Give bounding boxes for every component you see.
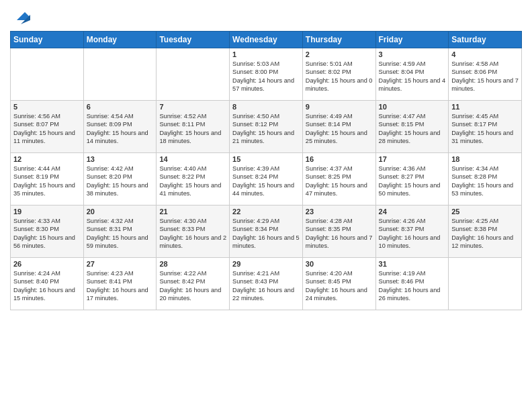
- day-number: 16: [306, 155, 373, 163]
- day-header-friday: Friday: [375, 32, 449, 48]
- cell-text: Sunrise: 4:59 AM Sunset: 8:04 PM Dayligh…: [379, 60, 446, 93]
- calendar-cell: 27Sunrise: 4:23 AM Sunset: 8:41 PM Dayli…: [83, 258, 157, 310]
- day-number: 25: [451, 208, 519, 216]
- day-number: 28: [159, 260, 226, 268]
- cell-text: Sunrise: 4:52 AM Sunset: 8:11 PM Dayligh…: [159, 112, 226, 146]
- calendar-cell: 2Sunrise: 5:01 AM Sunset: 8:02 PM Daylig…: [302, 48, 375, 101]
- calendar-cell: 25Sunrise: 4:25 AM Sunset: 8:38 PM Dayli…: [449, 205, 522, 258]
- calendar-cell: 31Sunrise: 4:19 AM Sunset: 8:46 PM Dayli…: [375, 258, 449, 310]
- day-number: 2: [306, 50, 373, 58]
- calendar-cell: [449, 258, 522, 310]
- day-number: 9: [306, 103, 373, 111]
- day-number: 19: [13, 208, 81, 216]
- cell-text: Sunrise: 5:03 AM Sunset: 8:00 PM Dayligh…: [232, 60, 300, 93]
- calendar-cell: 4Sunrise: 4:58 AM Sunset: 8:06 PM Daylig…: [449, 48, 522, 101]
- day-number: 13: [87, 155, 154, 163]
- calendar-cell: 22Sunrise: 4:29 AM Sunset: 8:34 PM Dayli…: [230, 205, 303, 258]
- calendar-cell: 24Sunrise: 4:26 AM Sunset: 8:37 PM Dayli…: [375, 205, 449, 258]
- cell-text: Sunrise: 4:36 AM Sunset: 8:27 PM Dayligh…: [379, 165, 446, 198]
- cell-text: Sunrise: 4:28 AM Sunset: 8:35 PM Dayligh…: [306, 217, 373, 250]
- calendar-cell: 3Sunrise: 4:59 AM Sunset: 8:04 PM Daylig…: [375, 48, 449, 101]
- day-header-tuesday: Tuesday: [157, 32, 230, 48]
- calendar-header-row: SundayMondayTuesdayWednesdayThursdayFrid…: [11, 32, 522, 48]
- cell-text: Sunrise: 4:45 AM Sunset: 8:17 PM Dayligh…: [451, 112, 519, 146]
- cell-text: Sunrise: 4:34 AM Sunset: 8:28 PM Dayligh…: [451, 165, 519, 198]
- cell-text: Sunrise: 4:56 AM Sunset: 8:07 PM Dayligh…: [13, 112, 81, 146]
- calendar-cell: 13Sunrise: 4:42 AM Sunset: 8:20 PM Dayli…: [83, 153, 157, 205]
- cell-text: Sunrise: 4:54 AM Sunset: 8:09 PM Dayligh…: [87, 112, 154, 146]
- week-row-0: 1Sunrise: 5:03 AM Sunset: 8:00 PM Daylig…: [11, 48, 522, 101]
- cell-text: Sunrise: 4:47 AM Sunset: 8:15 PM Dayligh…: [379, 112, 446, 146]
- cell-text: Sunrise: 4:58 AM Sunset: 8:06 PM Dayligh…: [451, 60, 519, 93]
- day-header-thursday: Thursday: [302, 32, 375, 48]
- cell-text: Sunrise: 4:49 AM Sunset: 8:14 PM Dayligh…: [306, 112, 373, 146]
- calendar-cell: 26Sunrise: 4:24 AM Sunset: 8:40 PM Dayli…: [11, 258, 84, 310]
- calendar-cell: [83, 48, 157, 101]
- page: SundayMondayTuesdayWednesdayThursdayFrid…: [0, 0, 532, 411]
- calendar-cell: 8Sunrise: 4:50 AM Sunset: 8:12 PM Daylig…: [230, 101, 303, 153]
- calendar-cell: 28Sunrise: 4:22 AM Sunset: 8:42 PM Dayli…: [157, 258, 230, 310]
- cell-text: Sunrise: 4:22 AM Sunset: 8:42 PM Dayligh…: [159, 269, 226, 303]
- day-number: 6: [87, 103, 154, 111]
- cell-text: Sunrise: 4:37 AM Sunset: 8:25 PM Dayligh…: [306, 165, 373, 198]
- day-header-wednesday: Wednesday: [230, 32, 303, 48]
- calendar-cell: 10Sunrise: 4:47 AM Sunset: 8:15 PM Dayli…: [375, 101, 449, 153]
- week-row-1: 5Sunrise: 4:56 AM Sunset: 8:07 PM Daylig…: [11, 101, 522, 153]
- week-row-4: 26Sunrise: 4:24 AM Sunset: 8:40 PM Dayli…: [11, 258, 522, 310]
- day-number: 26: [13, 260, 81, 268]
- calendar-table: SundayMondayTuesdayWednesdayThursdayFrid…: [10, 31, 522, 310]
- cell-text: Sunrise: 4:39 AM Sunset: 8:24 PM Dayligh…: [232, 165, 300, 198]
- cell-text: Sunrise: 4:23 AM Sunset: 8:41 PM Dayligh…: [87, 269, 154, 303]
- calendar-cell: 17Sunrise: 4:36 AM Sunset: 8:27 PM Dayli…: [375, 153, 449, 205]
- cell-text: Sunrise: 4:40 AM Sunset: 8:22 PM Dayligh…: [159, 165, 226, 198]
- calendar-cell: 20Sunrise: 4:32 AM Sunset: 8:31 PM Dayli…: [83, 205, 157, 258]
- day-number: 21: [159, 208, 226, 216]
- calendar-cell: 18Sunrise: 4:34 AM Sunset: 8:28 PM Dayli…: [449, 153, 522, 205]
- cell-text: Sunrise: 5:01 AM Sunset: 8:02 PM Dayligh…: [306, 60, 373, 93]
- calendar-cell: 1Sunrise: 5:03 AM Sunset: 8:00 PM Daylig…: [230, 48, 303, 101]
- cell-text: Sunrise: 4:42 AM Sunset: 8:20 PM Dayligh…: [87, 165, 154, 198]
- cell-text: Sunrise: 4:32 AM Sunset: 8:31 PM Dayligh…: [87, 217, 154, 250]
- calendar-cell: 14Sunrise: 4:40 AM Sunset: 8:22 PM Dayli…: [157, 153, 230, 205]
- day-header-saturday: Saturday: [449, 32, 522, 48]
- cell-text: Sunrise: 4:25 AM Sunset: 8:38 PM Dayligh…: [451, 217, 519, 250]
- day-number: 27: [87, 260, 154, 268]
- logo: [10, 7, 30, 26]
- calendar-cell: 23Sunrise: 4:28 AM Sunset: 8:35 PM Dayli…: [302, 205, 375, 258]
- cell-text: Sunrise: 4:44 AM Sunset: 8:19 PM Dayligh…: [13, 165, 81, 198]
- cell-text: Sunrise: 4:21 AM Sunset: 8:43 PM Dayligh…: [232, 269, 300, 303]
- calendar-cell: [11, 48, 84, 101]
- cell-text: Sunrise: 4:50 AM Sunset: 8:12 PM Dayligh…: [232, 112, 300, 146]
- header: [10, 7, 522, 26]
- calendar-cell: 5Sunrise: 4:56 AM Sunset: 8:07 PM Daylig…: [11, 101, 84, 153]
- day-number: 31: [379, 260, 446, 268]
- calendar-cell: 29Sunrise: 4:21 AM Sunset: 8:43 PM Dayli…: [230, 258, 303, 310]
- calendar-cell: 19Sunrise: 4:33 AM Sunset: 8:30 PM Dayli…: [11, 205, 84, 258]
- calendar-cell: 15Sunrise: 4:39 AM Sunset: 8:24 PM Dayli…: [230, 153, 303, 205]
- logo-icon: [11, 7, 30, 26]
- cell-text: Sunrise: 4:20 AM Sunset: 8:45 PM Dayligh…: [306, 269, 373, 303]
- day-number: 20: [87, 208, 154, 216]
- calendar-cell: 12Sunrise: 4:44 AM Sunset: 8:19 PM Dayli…: [11, 153, 84, 205]
- day-number: 18: [451, 155, 519, 163]
- day-number: 17: [379, 155, 446, 163]
- calendar-cell: 9Sunrise: 4:49 AM Sunset: 8:14 PM Daylig…: [302, 101, 375, 153]
- week-row-2: 12Sunrise: 4:44 AM Sunset: 8:19 PM Dayli…: [11, 153, 522, 205]
- day-number: 3: [379, 50, 446, 58]
- day-number: 30: [306, 260, 373, 268]
- day-number: 14: [159, 155, 226, 163]
- calendar-cell: 16Sunrise: 4:37 AM Sunset: 8:25 PM Dayli…: [302, 153, 375, 205]
- day-number: 5: [13, 103, 81, 111]
- calendar-cell: 7Sunrise: 4:52 AM Sunset: 8:11 PM Daylig…: [157, 101, 230, 153]
- calendar-cell: [157, 48, 230, 101]
- day-number: 4: [451, 50, 519, 58]
- day-header-monday: Monday: [83, 32, 157, 48]
- calendar-cell: 6Sunrise: 4:54 AM Sunset: 8:09 PM Daylig…: [83, 101, 157, 153]
- day-number: 15: [232, 155, 300, 163]
- day-number: 11: [451, 103, 519, 111]
- cell-text: Sunrise: 4:19 AM Sunset: 8:46 PM Dayligh…: [379, 269, 446, 303]
- day-number: 12: [13, 155, 81, 163]
- day-number: 7: [159, 103, 226, 111]
- day-number: 29: [232, 260, 300, 268]
- cell-text: Sunrise: 4:29 AM Sunset: 8:34 PM Dayligh…: [232, 217, 300, 250]
